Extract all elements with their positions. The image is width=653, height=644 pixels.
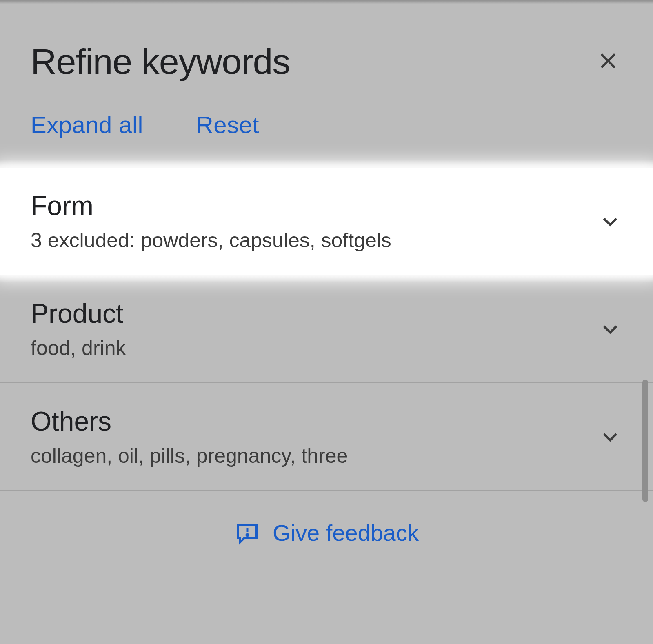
close-button[interactable]	[594, 47, 622, 76]
chevron-down-icon	[598, 209, 622, 233]
top-shadow	[0, 0, 653, 4]
feedback-row[interactable]: Give feedback	[0, 490, 653, 575]
panel-title: Refine keywords	[31, 41, 290, 82]
svg-point-3	[247, 534, 248, 536]
panel-header: Refine keywords	[0, 0, 653, 95]
chevron-down-icon	[598, 424, 622, 449]
category-text: Product food, drink	[31, 298, 126, 360]
category-subtitle: collagen, oil, pills, pregnancy, three	[31, 444, 348, 468]
refine-keywords-panel: Refine keywords Expand all Reset Form 3 …	[0, 0, 653, 644]
close-icon	[597, 49, 620, 74]
category-product[interactable]: Product food, drink	[0, 275, 653, 382]
feedback-icon	[234, 520, 260, 546]
category-text: Form 3 excluded: powders, capsules, soft…	[31, 190, 391, 252]
category-title: Product	[31, 298, 126, 329]
category-subtitle: 3 excluded: powders, capsules, softgels	[31, 229, 391, 252]
chevron-down-icon	[598, 317, 622, 341]
reset-button[interactable]: Reset	[196, 111, 259, 138]
category-title: Others	[31, 406, 348, 437]
category-others[interactable]: Others collagen, oil, pills, pregnancy, …	[0, 382, 653, 490]
panel-actions: Expand all Reset	[0, 95, 653, 167]
expand-all-button[interactable]: Expand all	[31, 111, 143, 138]
category-title: Form	[31, 190, 391, 221]
category-form[interactable]: Form 3 excluded: powders, capsules, soft…	[0, 168, 653, 275]
category-subtitle: food, drink	[31, 336, 126, 360]
feedback-label: Give feedback	[273, 520, 419, 546]
scrollbar[interactable]	[642, 380, 648, 502]
category-text: Others collagen, oil, pills, pregnancy, …	[31, 406, 348, 468]
